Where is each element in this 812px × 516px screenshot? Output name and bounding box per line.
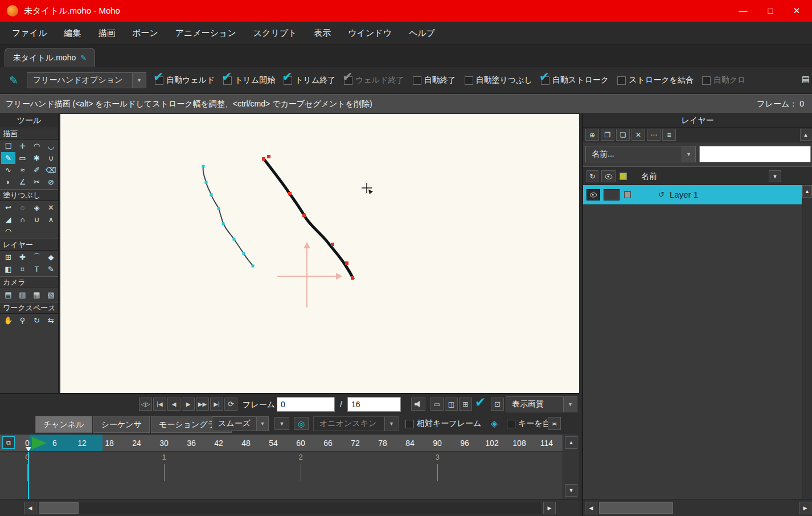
tool-camera-pan-tilt-icon[interactable]: ▧	[44, 289, 58, 301]
ruler-frame-12[interactable]: 12	[77, 435, 87, 452]
tool-blob-brush-icon[interactable]: ✱	[30, 152, 44, 164]
tool-noise-icon[interactable]: ≈	[15, 164, 30, 176]
cyan-control-point[interactable]	[202, 165, 205, 168]
tool-select-points-icon[interactable]: ☐	[1, 140, 15, 152]
layer-filter-dropdown[interactable]: 名前... ▼	[585, 146, 696, 162]
scroll-down-button[interactable]: ▼	[565, 484, 577, 497]
cyan-control-point[interactable]	[233, 238, 236, 241]
tool-bend-points-icon[interactable]: ◗	[1, 176, 15, 188]
tool-cube-3d-icon[interactable]: ◧	[1, 263, 15, 275]
menu-animation[interactable]: アニメーション	[168, 22, 244, 44]
loop-playback-button[interactable]: ⟳	[224, 398, 237, 411]
red-control-point[interactable]	[331, 243, 334, 246]
ruler-frame-102[interactable]: 102	[485, 435, 498, 452]
tool-camera-track-icon[interactable]: ▤	[1, 289, 15, 301]
mute-button[interactable]	[411, 398, 425, 411]
interpolation-dropdown-button[interactable]: ▼	[274, 417, 289, 430]
layers-toolbar-scroll-up-button[interactable]: ▲	[800, 129, 811, 141]
new-layer-button[interactable]: ⊕	[585, 129, 599, 141]
tool-shear-points-icon[interactable]: ∠	[15, 176, 30, 188]
canvas-svg[interactable]	[60, 114, 579, 393]
tool-select-shape-icon[interactable]: ↩	[1, 202, 15, 214]
detail-view-button[interactable]: ⊡	[491, 398, 504, 411]
cyan-control-point[interactable]	[210, 194, 213, 196]
layers-scroll-right-button[interactable]: ▶	[799, 502, 811, 514]
layer-name[interactable]: Layer 1	[670, 185, 698, 204]
cyan-control-point[interactable]	[252, 265, 255, 268]
tool-magnet-icon[interactable]: ∪	[44, 152, 58, 164]
ruler-frame-84[interactable]: 84	[405, 435, 415, 452]
quad-view-button[interactable]: ⊞	[459, 398, 472, 411]
name-column-sort-button[interactable]: ▼	[769, 170, 781, 182]
layers-vscrollbar[interactable]: ▲	[802, 185, 812, 499]
ruler-frame-60[interactable]: 60	[296, 435, 305, 452]
scroll-track[interactable]	[38, 502, 542, 514]
step-forward-button[interactable]: ▶▶	[196, 398, 209, 411]
tool-smooth-icon[interactable]: ∿	[1, 164, 15, 176]
tool-orbit-view-icon[interactable]: ⇆	[44, 314, 58, 326]
antialias-check-icon[interactable]: ✔	[475, 395, 486, 410]
red-control-point[interactable]	[267, 155, 270, 158]
red-control-point[interactable]	[288, 192, 292, 195]
onion-skin-dropdown[interactable]: オニオンスキン ▼	[313, 416, 399, 431]
cyan-control-point[interactable]	[243, 252, 245, 255]
checkbox-trim-end[interactable]: ✔トリム終了	[284, 75, 335, 85]
tool-cut-edge-icon[interactable]: ✂	[30, 176, 44, 188]
layer-search-input[interactable]	[699, 146, 811, 162]
black-stroke[interactable]	[264, 159, 353, 279]
ruler-frame-96[interactable]: 96	[460, 435, 469, 452]
layer-options-button[interactable]: ⋯	[647, 129, 661, 141]
ruler-frame-30[interactable]: 30	[159, 435, 169, 452]
minimize-button[interactable]: —	[731, 0, 755, 22]
tool-camera-zoom-icon[interactable]: ▥	[15, 289, 30, 301]
tool-vertex-peak-icon[interactable]: ∧	[44, 214, 58, 226]
checkbox-auto-close-partial[interactable]: ✔自動クロ	[702, 75, 746, 85]
ruler-frame-66[interactable]: 66	[323, 435, 333, 452]
ruler-frame-24[interactable]: 24	[132, 435, 141, 452]
timeline-vscrollbar[interactable]: ▲ ▼	[563, 434, 579, 499]
onion-skin-toggle-button[interactable]: ◎	[294, 417, 309, 430]
tool-layer-curve-icon[interactable]: ⌒	[30, 251, 44, 263]
tool-stroke-exposure-icon[interactable]: ◠	[1, 226, 15, 237]
reference-layer-button[interactable]: ❏	[616, 129, 630, 141]
red-control-point[interactable]	[302, 214, 306, 217]
tool-new-mesh-icon[interactable]: ⊞	[1, 251, 15, 263]
ruler-frame-114[interactable]: 114	[540, 435, 553, 452]
menu-edit[interactable]: 編集	[56, 22, 88, 44]
layer-row[interactable]: ↺ Layer 1	[583, 185, 812, 204]
ruler-frame-48[interactable]: 48	[241, 435, 251, 452]
step-back-button[interactable]: ◀	[167, 398, 181, 411]
timeline-hscrollbar[interactable]: ◀ ▶	[0, 499, 579, 516]
sync-column-button[interactable]: ↻	[587, 170, 598, 182]
layers-scroll-up-button[interactable]: ▲	[802, 185, 812, 198]
layer-visibility-button[interactable]	[587, 189, 600, 200]
tool-eraser-icon[interactable]: ⌫	[44, 164, 58, 176]
cyan-control-points[interactable]	[202, 165, 255, 268]
menu-file[interactable]: ファイル	[5, 22, 54, 44]
menu-draw[interactable]: 描画	[91, 22, 122, 44]
menu-scripts[interactable]: スクリプト	[246, 22, 305, 44]
layer-key-square[interactable]	[624, 191, 631, 198]
layer-color-swatch[interactable]	[604, 189, 620, 200]
timeline-tracks[interactable]: 0123	[0, 451, 563, 499]
scroll-thumb[interactable]	[39, 502, 79, 514]
tool-curvature-icon[interactable]: ◡	[44, 140, 58, 152]
visibility-column-button[interactable]	[601, 170, 616, 182]
ruler-frame-36[interactable]: 36	[187, 435, 196, 452]
duplicate-layer-button[interactable]: ❐	[601, 129, 614, 141]
ruler-frame-72[interactable]: 72	[351, 435, 360, 452]
document-tab[interactable]: 未タイトル.moho ✎	[5, 48, 95, 67]
total-frames-input[interactable]	[347, 397, 401, 412]
checkbox-auto-fill[interactable]: ✔自動塗りつぶし	[465, 75, 532, 85]
tab-channels[interactable]: チャンネル	[35, 416, 92, 433]
keyframe-tools-button[interactable]: ≍	[548, 417, 561, 430]
tool-rotate-view-icon[interactable]: ↻	[30, 314, 44, 326]
keyframe-shield-icon[interactable]: ◈	[491, 418, 498, 429]
frame-input[interactable]	[277, 397, 335, 412]
checkbox-weld-end[interactable]: ✔ウェルド終了	[344, 75, 404, 85]
loop-range-button[interactable]: ◁▷	[139, 398, 152, 411]
tool-delete-shape-icon[interactable]: ✕	[44, 202, 58, 214]
layers-hscrollbar[interactable]: ◀ ▶	[583, 499, 812, 516]
ruler-frame-78[interactable]: 78	[378, 435, 387, 452]
menu-help[interactable]: ヘルプ	[401, 22, 442, 44]
